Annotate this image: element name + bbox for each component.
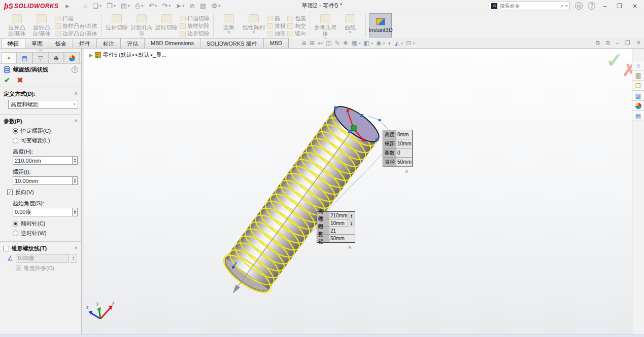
fillet-button[interactable]: 圆角▾ (217, 13, 241, 35)
user-account-icon[interactable]: ◎ (575, 2, 583, 10)
print-button[interactable]: ⎙▾ (133, 1, 145, 11)
cancel-button[interactable]: ✖ (17, 76, 23, 84)
tab-annotations[interactable]: 标注 (96, 38, 121, 48)
appearances-button[interactable] (632, 101, 644, 111)
draft-button[interactable]: 拔模 (267, 22, 286, 29)
revolved-boss-button[interactable]: 旋转凸台/基体 (30, 13, 53, 36)
tab-property-manager[interactable]: ✦ (1, 52, 17, 63)
callout-value[interactable]: 0 (396, 148, 412, 158)
search-icon[interactable]: ⌕ (560, 3, 563, 9)
viewport-breadcrumb[interactable]: ▶ 零件5 (默认<<默认>_显... (89, 51, 166, 59)
help-icon[interactable]: ? (588, 2, 595, 10)
graphics-viewport[interactable]: ▶ 零件5 (默认<<默认>_显... (84, 49, 632, 334)
new-document-button[interactable]: ❏▾ (90, 1, 104, 11)
boundary-boss-button[interactable]: 边界凸台/基体 (55, 30, 97, 37)
cylinder-model[interactable] (210, 99, 385, 310)
callout-value[interactable]: 10mm (396, 139, 412, 148)
tab-features[interactable]: 特征 (1, 38, 25, 48)
caret-down-icon[interactable]: ▾ (349, 30, 351, 35)
doc-restore-button[interactable]: ❐ (625, 40, 630, 46)
boundary-cut-button[interactable]: 边界切除 (180, 30, 210, 37)
swept-boss-button[interactable]: 扫描 (55, 15, 97, 22)
extruded-boss-button[interactable]: 拉伸凸台/基体 (5, 13, 28, 36)
undo-button[interactable]: ↶▾ (146, 1, 159, 11)
view-settings-icon[interactable]: ⊡ (406, 40, 411, 47)
lofted-boss-button[interactable]: 放样凸台/基体 (55, 22, 97, 29)
doc-close-button[interactable]: ✕ (636, 40, 641, 46)
pitch-spinner[interactable]: ▲▼ (73, 176, 78, 185)
collapse-icon[interactable]: ˄ (75, 245, 78, 252)
helix-start-callout[interactable]: 高度0mm 螺距10mm 圈数0 直径50mm (383, 130, 413, 167)
pane-left-icon[interactable]: ⧉ (596, 40, 600, 46)
pane-right-icon[interactable]: ⧉ (606, 40, 610, 46)
start-angle-spinner[interactable]: ▲▼ (73, 208, 78, 216)
command-search[interactable]: S ⌕ ▾ (489, 2, 570, 10)
defined-by-dropdown[interactable]: 高度和螺距˅ (8, 100, 78, 109)
caret-down-icon[interactable]: ▾ (401, 41, 403, 46)
search-input[interactable] (499, 3, 558, 9)
callout-spinner[interactable]: ▲▼ (348, 212, 355, 219)
caret-down-icon[interactable]: ▾ (565, 4, 567, 8)
callout-value[interactable]: 210mm (329, 212, 348, 219)
hide-show-items-icon[interactable]: ◉ (376, 40, 381, 47)
logo-expand-icon[interactable]: ▶ (66, 4, 70, 9)
linear-pattern-button[interactable]: 线性阵列▾ (242, 13, 265, 35)
attach-button[interactable]: ⊘ (187, 1, 197, 11)
shell-button[interactable]: 抽壳 (267, 30, 286, 37)
design-library-button[interactable]: ▥ (632, 70, 644, 81)
caret-down-icon[interactable]: ▾ (359, 41, 361, 46)
previous-view-icon[interactable]: ↩ (318, 40, 323, 47)
tab-sheet-metal[interactable]: 钣金 (49, 38, 73, 48)
zoom-to-area-icon[interactable]: ⊞ (310, 40, 315, 47)
restore-button[interactable]: ❐ (614, 3, 625, 10)
helix-end-callout[interactable]: 高度210mm▲▼ 螺距10mm▲▼ 圈数21 直径50mm (317, 211, 355, 243)
height-spinner[interactable]: ▲▼ (73, 156, 78, 165)
ok-button[interactable]: ✔ (4, 76, 10, 84)
caret-down-icon[interactable]: ▾ (383, 41, 385, 46)
callout-spinner[interactable]: ▲▼ (348, 219, 355, 227)
display-style-icon[interactable]: ◧ (364, 40, 369, 47)
reverse-direction-checkbox[interactable]: ✓反向(V) (7, 189, 78, 196)
collapse-icon[interactable]: ˄ (75, 118, 78, 125)
open-button[interactable]: ❐▾ (105, 1, 118, 11)
close-button[interactable]: ✕ (630, 3, 640, 10)
tab-mbd[interactable]: MBD (263, 38, 289, 48)
start-angle-input[interactable] (13, 208, 73, 216)
pitch-input[interactable] (13, 176, 73, 185)
tab-feature-manager[interactable]: ▤ (17, 52, 32, 63)
callout-value[interactable]: 50mm (396, 158, 412, 167)
extruded-cut-button[interactable]: 拉伸切除 (105, 13, 128, 30)
file-properties-button[interactable]: ▥ (198, 1, 208, 11)
center-handle[interactable] (351, 126, 356, 131)
confirmation-ok-button[interactable]: ✓ (606, 49, 623, 72)
tab-mbd-dimensions[interactable]: MBD Dimensions (144, 38, 200, 48)
intersect-button[interactable]: 相交 (287, 22, 306, 29)
collapse-icon[interactable]: ˄ (75, 90, 78, 98)
caret-down-icon[interactable]: ▾ (413, 41, 415, 46)
expand-arrow-icon[interactable]: ▶ (89, 53, 93, 58)
instant3d-button[interactable]: Instant3D (369, 13, 392, 38)
apply-scene-icon[interactable]: ◭ (395, 40, 399, 47)
swept-cut-button[interactable]: 扫描切除 (180, 15, 210, 22)
reference-geometry-button[interactable]: 参考几何体▾ (314, 13, 337, 41)
revolved-cut-button[interactable]: 旋转切除 (155, 13, 178, 30)
save-button[interactable]: ▤▾ (119, 1, 132, 11)
minimize-button[interactable]: – (600, 3, 609, 10)
tab-dimxpert-manager[interactable]: ⊕ (48, 52, 64, 63)
tab-display-manager[interactable] (64, 52, 80, 63)
callout-value[interactable]: 0mm (396, 130, 412, 139)
confirmation-cancel-button[interactable]: ✗ (622, 60, 632, 80)
options-button[interactable]: ⚙▾ (209, 1, 222, 11)
rib-button[interactable]: 筋 (267, 15, 286, 22)
tab-configuration-manager[interactable]: ▽ (32, 52, 48, 63)
custom-properties-button[interactable]: ▤ (632, 111, 644, 121)
mirror-button[interactable]: 镜向 (287, 30, 306, 37)
appearance-filter-icon[interactable]: ❖ (343, 40, 349, 47)
checkbox-icon[interactable] (4, 246, 9, 251)
tab-evaluate[interactable]: 评估 (120, 38, 145, 48)
view-palette-button[interactable]: ▨ (632, 91, 644, 101)
caret-down-icon[interactable]: ▾ (371, 41, 373, 46)
tab-solidworks-addins[interactable]: SOLIDWORKS 插件 (200, 38, 264, 48)
home-button[interactable]: ⌂ (81, 1, 89, 11)
tab-sketch[interactable]: 草图 (25, 38, 49, 48)
